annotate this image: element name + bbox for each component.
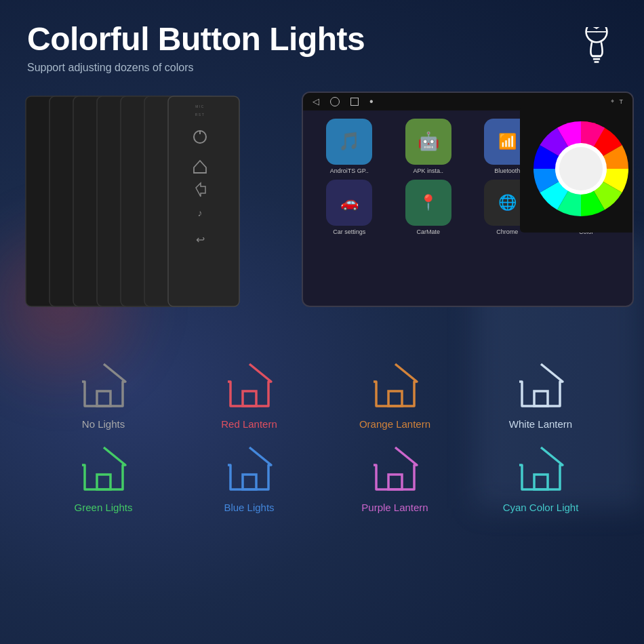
svg-rect-73 [388,475,402,489]
back-icon: ◁ [313,96,319,106]
title-block: Colorful Button Lights Support adjusting… [27,22,365,74]
svg-text:MIC: MIC [195,104,205,108]
light-label-cyan: Cyan Color Light [503,502,579,513]
light-label-no-lights: No Lights [82,418,125,430]
light-label-purple: Purple Lantern [361,502,428,513]
svg-text:RST: RST [195,113,205,117]
main-screen: ◁ • ⌖ T 🎵 AndroiTS GP.. [302,92,634,307]
lights-section: No Lights Red Lantern Orange Lantern [0,337,644,513]
color-wheel-popup [520,105,634,233]
svg-line-5 [597,27,603,28]
app-item[interactable]: 🎵 AndroiTS GP.. [313,119,386,174]
main-title: Colorful Button Lights [27,22,365,58]
svg-text:♪: ♪ [198,207,203,218]
house-icon-no-lights [77,360,131,410]
app-icon-androit: 🎵 [326,119,372,165]
light-item-blue: Blue Lights [180,443,319,513]
app-label-car: Car settings [333,228,365,235]
recents-icon [350,98,359,106]
tablets-container: MIC RST ♪ ↩ MIC RST [20,93,332,323]
menu-icon: • [369,96,374,108]
home-icon [330,97,340,106]
light-label-white: White Lantern [509,418,572,430]
tablets-svg: MIC RST ♪ ↩ MIC RST [20,93,332,323]
subtitle: Support adjusting dozens of colors [27,62,365,74]
signal-icon: T [620,98,624,105]
svg-rect-70 [534,391,548,406]
svg-rect-74 [534,475,548,489]
svg-rect-69 [388,391,402,406]
app-label-androit: AndroiTS GP.. [330,167,369,174]
app-item[interactable]: 🚗 Car settings [313,180,386,235]
location-icon: ⌖ [611,98,614,105]
nav-icons: ◁ • [313,96,374,108]
tablet-1: MIC RST ♪ ↩ [168,96,239,306]
svg-rect-67 [97,391,110,406]
svg-rect-57 [168,96,239,306]
svg-rect-72 [243,475,256,489]
app-icon-car: 🚗 [326,180,372,226]
status-bar: ⌖ T [611,98,624,105]
house-icon-red [222,360,277,410]
bulb-icon [576,27,617,68]
app-item[interactable]: 📍 CarMate [392,180,466,235]
light-item-white: White Lantern [471,360,610,430]
house-icon-white [514,360,568,410]
light-label-green: Green Lights [75,502,133,513]
svg-point-0 [586,27,607,42]
app-icon-apk: 🤖 [405,119,451,165]
svg-line-6 [590,27,597,28]
app-item[interactable]: 🤖 APK insta.. [392,119,466,174]
light-item-orange: Orange Lantern [325,360,464,430]
light-item-no-lights: No Lights [34,360,173,430]
app-label-chrome: Chrome [496,228,518,235]
house-icon-purple [368,443,422,494]
app-icon-carmate: 📍 [405,180,451,226]
light-label-orange: Orange Lantern [359,418,430,430]
header: Colorful Button Lights Support adjusting… [0,0,644,79]
device-area: MIC RST ♪ ↩ MIC RST [0,86,644,337]
light-item-cyan: Cyan Color Light [471,443,610,513]
light-label-blue: Blue Lights [224,502,274,513]
light-label-red: Red Lantern [221,418,277,430]
app-label-bluetooth: Bluetooth [494,167,520,174]
app-grid: 🎵 AndroiTS GP.. 🤖 APK insta.. 📶 Bluetoot… [303,110,632,243]
light-item-purple: Purple Lantern [325,443,464,513]
lights-grid: No Lights Red Lantern Orange Lantern [34,360,610,513]
svg-rect-71 [97,475,110,489]
svg-rect-68 [243,391,256,406]
light-item-red: Red Lantern [180,360,319,430]
svg-text:↩: ↩ [196,234,205,245]
house-icon-cyan [514,443,568,494]
color-wheel-svg [520,105,634,233]
app-label-apk: APK insta.. [413,167,443,174]
house-icon-green [77,443,131,494]
house-icon-blue [222,443,277,494]
house-icon-orange [368,360,422,410]
app-label-carmate: CarMate [416,228,440,235]
light-item-green: Green Lights [34,443,173,513]
svg-point-66 [559,147,603,190]
